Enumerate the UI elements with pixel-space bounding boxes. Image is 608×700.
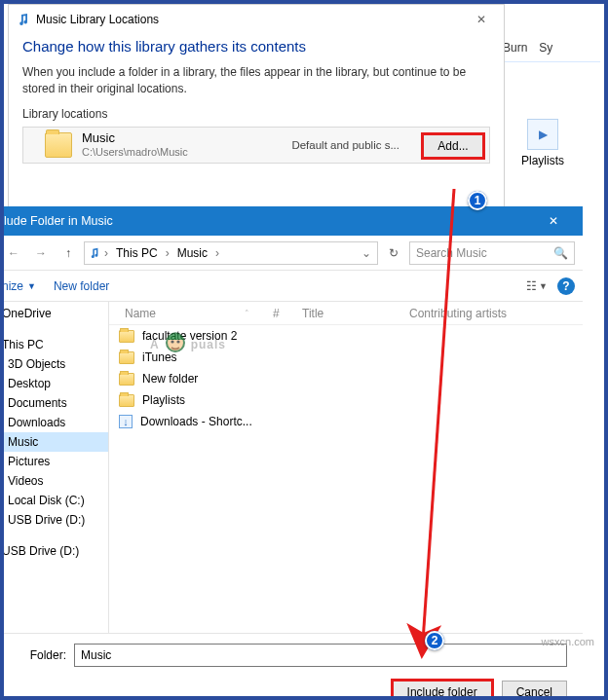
- chevron-down-icon: ▼: [27, 281, 36, 291]
- section-label: Library locations: [9, 107, 504, 127]
- help-icon: ?: [562, 279, 569, 293]
- svg-point-1: [171, 340, 173, 343]
- search-input[interactable]: Search Music 🔍: [409, 241, 575, 265]
- refresh-button[interactable]: ↻: [382, 241, 405, 265]
- library-folder-path: C:\Users\madro\Music: [82, 146, 188, 159]
- nav-tree[interactable]: OneDrive This PC 3D Objects Desktop Docu…: [0, 302, 109, 633]
- dialog-heading: Change how this library gathers its cont…: [9, 34, 504, 64]
- annotation-badge-1: 1: [468, 191, 487, 210]
- folder-field-label: Folder:: [10, 648, 66, 662]
- nav-back-button[interactable]: ←: [2, 241, 25, 265]
- file-name: Downloads - Shortc...: [140, 415, 252, 428]
- source-watermark: wsxcn.com: [542, 636, 594, 647]
- playlists-tile[interactable]: ▶ Playlists: [509, 119, 577, 167]
- chevron-right-icon: ›: [164, 246, 171, 260]
- tree-pictures[interactable]: Pictures: [0, 452, 108, 471]
- breadcrumb[interactable]: › This PC › Music › ⌄: [84, 241, 378, 265]
- tree-documents[interactable]: Documents: [0, 393, 108, 413]
- playlists-label: Playlists: [509, 154, 577, 167]
- arrow-right-icon: →: [35, 246, 47, 260]
- organize-button[interactable]: nize ▼: [2, 279, 36, 293]
- add-button[interactable]: Add...: [423, 134, 483, 158]
- watermark-text: A: [150, 338, 160, 351]
- music-note-icon: [89, 247, 100, 259]
- arrow-up-icon: ↑: [65, 246, 71, 260]
- close-button[interactable]: ✕: [534, 206, 573, 236]
- include-folder-button[interactable]: Include folder: [393, 681, 492, 700]
- nav-forward-button[interactable]: →: [29, 241, 53, 265]
- dialog-description: When you include a folder in a library, …: [9, 64, 504, 107]
- col-title[interactable]: Title: [294, 307, 401, 320]
- cancel-button[interactable]: Cancel: [502, 681, 567, 700]
- close-icon: ✕: [476, 13, 486, 26]
- svg-point-2: [176, 340, 179, 343]
- chevron-right-icon: ›: [213, 246, 221, 260]
- col-name[interactable]: Name: [117, 307, 164, 320]
- music-note-icon: [17, 13, 30, 26]
- dialog2-titlebar: lude Folder in Music ✕: [0, 206, 583, 236]
- list-item[interactable]: ↓ Downloads - Shortc...: [109, 411, 583, 432]
- folder-icon: [119, 330, 134, 343]
- close-icon: ✕: [549, 214, 558, 228]
- dialog2-footer: Folder: Include folder Cancel: [0, 633, 583, 700]
- refresh-icon: ↻: [389, 246, 399, 260]
- arrow-left-icon: ←: [8, 246, 19, 260]
- library-entry-row[interactable]: Music C:\Users\madro\Music Default and p…: [22, 127, 490, 164]
- new-folder-button[interactable]: New folder: [54, 279, 109, 293]
- tab-burn[interactable]: Burn: [503, 41, 527, 55]
- crumb-this-pc[interactable]: This PC: [112, 246, 162, 260]
- tab-sync[interactable]: Sy: [539, 41, 552, 55]
- close-button[interactable]: ✕: [467, 9, 496, 30]
- organize-label: nize: [2, 279, 23, 293]
- tree-music[interactable]: Music: [0, 432, 108, 452]
- file-name: New folder: [142, 372, 198, 386]
- tree-local-disk-c[interactable]: Local Disk (C:): [0, 491, 108, 510]
- watermark-appuals: A puals: [150, 329, 226, 360]
- help-button[interactable]: ?: [557, 277, 575, 295]
- annotation-badge-2: 2: [425, 631, 444, 650]
- tree-onedrive[interactable]: OneDrive: [0, 304, 108, 323]
- shortcut-icon: ↓: [119, 415, 133, 428]
- library-folder-status: Default and public s...: [291, 139, 409, 151]
- tree-3d-objects[interactable]: 3D Objects: [0, 354, 108, 374]
- tree-usb-drive-d-2[interactable]: USB Drive (D:): [0, 541, 108, 561]
- chevron-down-icon: ▼: [539, 281, 548, 291]
- folder-icon: [45, 132, 72, 158]
- search-placeholder: Search Music: [416, 246, 487, 260]
- play-icon: ▶: [539, 128, 548, 141]
- sort-indicator-icon: ˄: [237, 309, 257, 318]
- dialog2-title: lude Folder in Music: [4, 214, 113, 228]
- column-headers[interactable]: Name˄ # Title Contributing artists: [109, 302, 583, 325]
- chevron-down-icon[interactable]: ⌄: [361, 246, 377, 260]
- folder-icon: [119, 394, 134, 407]
- library-locations-dialog: Music Library Locations ✕ Change how thi…: [8, 4, 505, 208]
- folder-icon: [119, 351, 134, 364]
- tree-videos[interactable]: Videos: [0, 471, 108, 491]
- col-artists[interactable]: Contributing artists: [401, 307, 583, 320]
- col-hash[interactable]: #: [265, 307, 294, 320]
- file-name: Playlists: [142, 393, 185, 407]
- search-icon: 🔍: [553, 246, 568, 260]
- dialog-title: Music Library Locations: [36, 13, 159, 26]
- tree-downloads[interactable]: Downloads: [0, 413, 108, 432]
- chevron-right-icon: ›: [102, 246, 110, 260]
- list-item[interactable]: New folder: [109, 368, 583, 389]
- library-folder-name: Music: [82, 130, 188, 146]
- include-folder-dialog: lude Folder in Music ✕ ← → ↑ › This PC ›…: [0, 206, 583, 693]
- background-tabs: Burn Sy: [503, 33, 600, 62]
- folder-icon: [119, 373, 134, 386]
- tree-desktop[interactable]: Desktop: [0, 374, 108, 393]
- watermark-text: puals: [191, 338, 226, 351]
- explorer-toolbar: nize ▼ New folder ☷ ▼ ?: [0, 271, 583, 302]
- list-item[interactable]: Playlists: [109, 389, 583, 411]
- crumb-music[interactable]: Music: [173, 246, 211, 260]
- nav-up-button[interactable]: ↑: [57, 241, 80, 265]
- folder-name-input[interactable]: [74, 644, 567, 667]
- tree-usb-drive-d[interactable]: USB Drive (D:): [0, 510, 108, 530]
- explorer-navbar: ← → ↑ › This PC › Music › ⌄ ↻ Search Mus…: [0, 236, 583, 271]
- mascot-icon: [160, 329, 191, 360]
- view-options-button[interactable]: ☷ ▼: [526, 279, 548, 293]
- tree-this-pc[interactable]: This PC: [0, 335, 108, 354]
- view-icon: ☷: [526, 279, 537, 293]
